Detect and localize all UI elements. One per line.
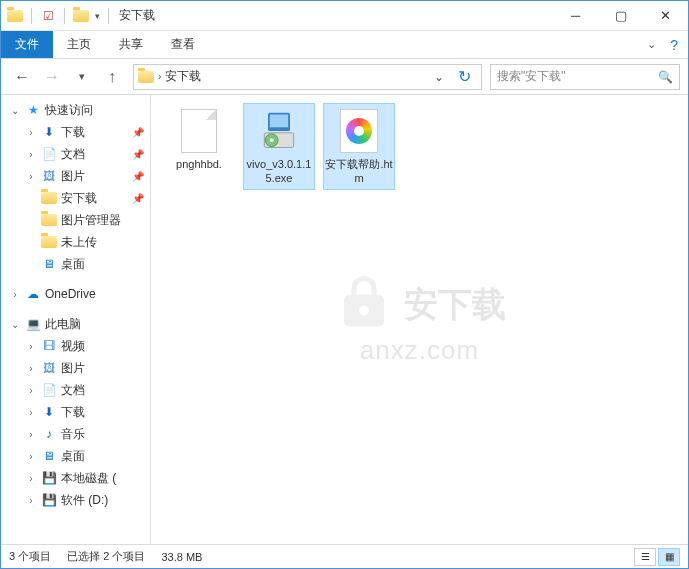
properties-icon[interactable]: ☑	[40, 8, 56, 24]
chevron-right-icon[interactable]: ›	[25, 451, 37, 462]
pin-icon: 📌	[132, 193, 144, 204]
quick-access-label: 快速访问	[45, 102, 93, 119]
address-bar[interactable]: › 安下载 ⌄ ↻	[133, 64, 482, 90]
chevron-down-icon[interactable]: ⌄	[9, 319, 21, 330]
chevron-right-icon[interactable]: ›	[25, 149, 37, 160]
breadcrumb[interactable]: 安下载	[165, 68, 201, 85]
file-item[interactable]: vivo_v3.0.1.15.exe	[243, 103, 315, 190]
chevron-right-icon[interactable]: ›	[25, 473, 37, 484]
tab-share[interactable]: 共享	[105, 31, 157, 58]
chevron-right-icon[interactable]: ›	[25, 429, 37, 440]
forward-button[interactable]: →	[39, 64, 65, 90]
expand-ribbon-icon[interactable]: ⌄	[647, 38, 656, 51]
details-view-button[interactable]: ☰	[634, 548, 656, 566]
tab-home[interactable]: 主页	[53, 31, 105, 58]
pictures-icon: 🖼	[41, 360, 57, 376]
close-button[interactable]: ✕	[643, 1, 688, 30]
file-list: pnghhbd. vivo_v3.0.1.15.exe 安下载帮助.htm	[163, 103, 676, 190]
file-item[interactable]: pnghhbd.	[163, 103, 235, 190]
svg-point-4	[270, 138, 274, 142]
drive-icon: 💾	[41, 470, 57, 486]
separator	[64, 8, 65, 24]
sidebar-item-anxz[interactable]: 安下载📌	[1, 187, 150, 209]
desktop-icon: 🖥	[41, 448, 57, 464]
pc-icon: 💻	[25, 316, 41, 332]
star-icon: ★	[25, 102, 41, 118]
refresh-button[interactable]: ↻	[452, 67, 477, 86]
status-selected: 已选择 2 个项目	[67, 549, 145, 564]
body: ⌄ ★ 快速访问 ›⬇下载📌 ›📄文档📌 ›🖼图片📌 安下载📌 图片管理器 未上…	[1, 95, 688, 544]
download-icon: ⬇	[41, 404, 57, 420]
chevron-right-icon[interactable]: ›	[158, 71, 161, 82]
up-button[interactable]: ↑	[99, 64, 125, 90]
blank-file-icon	[175, 107, 223, 155]
folder-qat-icon[interactable]	[73, 8, 89, 24]
sidebar-item-documents2[interactable]: ›📄文档	[1, 379, 150, 401]
file-item[interactable]: 安下载帮助.htm	[323, 103, 395, 190]
sidebar-item-pictures2[interactable]: ›🖼图片	[1, 357, 150, 379]
qat: ☑ ▾	[7, 8, 111, 24]
pin-icon: 📌	[132, 171, 144, 182]
quick-access-node[interactable]: ⌄ ★ 快速访问	[1, 99, 150, 121]
ribbon: 文件 主页 共享 查看 ⌄ ?	[1, 31, 688, 59]
sidebar-item-downloads[interactable]: ›⬇下载📌	[1, 121, 150, 143]
view-toggle: ☰ ▦	[634, 548, 680, 566]
folder-app-icon	[7, 8, 23, 24]
address-dropdown[interactable]: ⌄	[430, 70, 448, 84]
sidebar-item-downloads2[interactable]: ›⬇下载	[1, 401, 150, 423]
minimize-button[interactable]: ─	[553, 1, 598, 30]
sidebar-item-documents[interactable]: ›📄文档📌	[1, 143, 150, 165]
svg-point-6	[359, 305, 369, 315]
chevron-right-icon[interactable]: ›	[25, 385, 37, 396]
document-icon: 📄	[41, 146, 57, 162]
folder-icon	[41, 190, 57, 206]
chevron-right-icon[interactable]: ›	[25, 495, 37, 506]
pictures-icon: 🖼	[41, 168, 57, 184]
sidebar-item-videos[interactable]: ›🎞视频	[1, 335, 150, 357]
status-item-count: 3 个项目	[9, 549, 51, 564]
help-icon[interactable]: ?	[670, 37, 678, 53]
sidebar-item-drive-d[interactable]: ›💾软件 (D:)	[1, 489, 150, 511]
sidebar-item-drive-c[interactable]: ›💾本地磁盘 (	[1, 467, 150, 489]
navbar: ← → ▾ ↑ › 安下载 ⌄ ↻ 搜索"安下载" 🔍	[1, 59, 688, 95]
status-bar: 3 个项目 已选择 2 个项目 33.8 MB ☰ ▦	[1, 544, 688, 568]
maximize-button[interactable]: ▢	[598, 1, 643, 30]
desktop-icon: 🖥	[41, 256, 57, 272]
this-pc-node[interactable]: ⌄💻此电脑	[1, 313, 150, 335]
chevron-down-icon[interactable]: ⌄	[9, 105, 21, 116]
back-button[interactable]: ←	[9, 64, 35, 90]
sidebar-item-desktop2[interactable]: ›🖥桌面	[1, 445, 150, 467]
drive-icon: 💾	[41, 492, 57, 508]
folder-icon	[41, 234, 57, 250]
file-label: pnghhbd.	[176, 157, 222, 171]
sidebar-item-picmgr[interactable]: 图片管理器	[1, 209, 150, 231]
folder-icon	[138, 69, 154, 85]
chevron-right-icon[interactable]: ›	[25, 127, 37, 138]
tab-view[interactable]: 查看	[157, 31, 209, 58]
search-placeholder: 搜索"安下载"	[497, 68, 566, 85]
recent-dropdown[interactable]: ▾	[69, 64, 95, 90]
window-title: 安下载	[119, 7, 155, 24]
qat-dropdown[interactable]: ▾	[95, 11, 100, 21]
search-icon[interactable]: 🔍	[658, 70, 673, 84]
file-pane[interactable]: pnghhbd. vivo_v3.0.1.15.exe 安下载帮助.htm	[151, 95, 688, 544]
icons-view-button[interactable]: ▦	[658, 548, 680, 566]
sidebar-item-notuploaded[interactable]: 未上传	[1, 231, 150, 253]
search-input[interactable]: 搜索"安下载" 🔍	[490, 64, 680, 90]
navigation-pane[interactable]: ⌄ ★ 快速访问 ›⬇下载📌 ›📄文档📌 ›🖼图片📌 安下载📌 图片管理器 未上…	[1, 95, 151, 544]
onedrive-node[interactable]: ›☁OneDrive	[1, 283, 150, 305]
chevron-right-icon[interactable]: ›	[25, 407, 37, 418]
chevron-right-icon[interactable]: ›	[25, 171, 37, 182]
sidebar-item-desktop[interactable]: 🖥桌面	[1, 253, 150, 275]
sidebar-item-music[interactable]: ›♪音乐	[1, 423, 150, 445]
chevron-right-icon[interactable]: ›	[25, 363, 37, 374]
exe-installer-icon	[255, 107, 303, 155]
sidebar-item-pictures[interactable]: ›🖼图片📌	[1, 165, 150, 187]
chevron-right-icon[interactable]: ›	[9, 289, 21, 300]
document-icon: 📄	[41, 382, 57, 398]
window-controls: ─ ▢ ✕	[553, 1, 688, 30]
music-icon: ♪	[41, 426, 57, 442]
chevron-right-icon[interactable]: ›	[25, 341, 37, 352]
download-icon: ⬇	[41, 124, 57, 140]
tab-file[interactable]: 文件	[1, 31, 53, 58]
